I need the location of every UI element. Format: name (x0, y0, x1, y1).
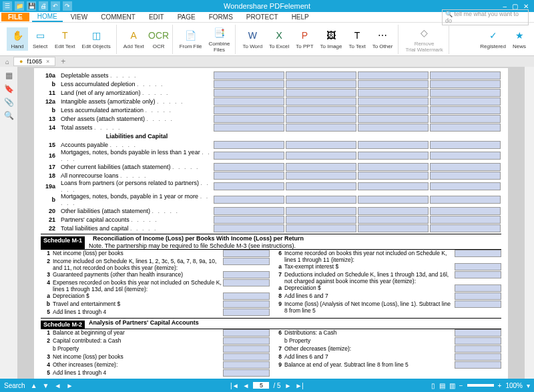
form-value-2[interactable] (286, 172, 356, 180)
form-value-4[interactable] (430, 172, 501, 180)
form-value-1[interactable] (214, 152, 284, 160)
schedule-value[interactable] (223, 279, 270, 286)
form-value-1[interactable] (214, 163, 284, 171)
form-value-1[interactable] (214, 224, 284, 232)
form-value-3[interactable] (358, 71, 429, 79)
menu-edit[interactable]: EDIT (144, 13, 170, 21)
schedule-value[interactable] (455, 361, 501, 369)
schedule-value[interactable] (223, 369, 270, 377)
form-value-3[interactable] (358, 196, 429, 204)
menu-view[interactable]: VIEW (65, 13, 93, 21)
next-page-icon[interactable]: ► (285, 382, 292, 389)
view-continuous-icon[interactable]: ▤ (439, 382, 445, 389)
form-value-3[interactable] (358, 89, 429, 97)
menu-comment[interactable]: COMMENT (95, 13, 141, 21)
schedule-value[interactable] (223, 345, 270, 353)
open-icon[interactable]: 📁 (15, 1, 24, 11)
zoom-out-icon[interactable]: − (459, 382, 463, 389)
schedule-value[interactable] (455, 250, 501, 257)
news-button[interactable]: ★News (509, 27, 530, 51)
prev-page-icon[interactable]: ◄ (243, 382, 250, 389)
form-value-4[interactable] (430, 80, 501, 88)
form-value-2[interactable] (286, 115, 356, 123)
form-value-4[interactable] (430, 152, 501, 160)
schedule-value[interactable] (223, 337, 270, 345)
registered-button[interactable]: ✓Registered (477, 27, 509, 51)
form-value-1[interactable] (214, 172, 284, 180)
vertical-scrollbar[interactable] (525, 67, 534, 379)
attachments-icon[interactable]: 📎 (3, 97, 14, 108)
form-value-3[interactable] (358, 106, 429, 114)
zoom-dropdown-icon[interactable]: ▾ (527, 382, 530, 389)
form-value-2[interactable] (286, 216, 356, 224)
form-value-1[interactable] (214, 71, 284, 79)
form-value-4[interactable] (430, 141, 501, 149)
menu-icon[interactable]: ☰ (3, 1, 12, 11)
menu-page[interactable]: PAGE (172, 13, 201, 21)
form-value-2[interactable] (286, 224, 356, 232)
to-image-button[interactable]: 🖼To Image (318, 27, 345, 51)
form-value-1[interactable] (214, 89, 284, 97)
form-value-3[interactable] (358, 216, 429, 224)
schedule-value[interactable] (455, 284, 501, 292)
remove-watermark-button[interactable]: ◇Remove Trial Watermark (403, 25, 445, 54)
schedule-value[interactable] (223, 292, 270, 300)
save-icon[interactable]: 💾 (27, 1, 36, 11)
print-icon[interactable]: 🖨 (39, 1, 48, 11)
form-value-4[interactable] (430, 196, 501, 204)
to-excel-button[interactable]: XTo Excel (266, 27, 292, 51)
schedule-value[interactable] (455, 345, 501, 353)
form-value-4[interactable] (430, 224, 501, 232)
thumbnails-icon[interactable]: ▦ (3, 71, 14, 81)
nav-down-icon[interactable]: ▼ (43, 382, 49, 389)
form-value-4[interactable] (430, 124, 501, 132)
nav-up-icon[interactable]: ▲ (31, 382, 37, 389)
bookmarks-icon[interactable]: 🔖 (3, 84, 14, 95)
form-value-1[interactable] (214, 124, 284, 132)
form-value-3[interactable] (358, 97, 429, 106)
form-value-4[interactable] (430, 106, 501, 114)
form-value-2[interactable] (286, 106, 356, 114)
schedule-value[interactable] (455, 271, 501, 278)
schedule-value[interactable] (455, 329, 501, 337)
hand-tool[interactable]: ✋Hand (7, 27, 28, 51)
select-tool[interactable]: ▭Select (29, 27, 51, 51)
form-value-1[interactable] (214, 207, 284, 215)
home-tab-icon[interactable]: ⌂ (3, 57, 12, 66)
form-value-2[interactable] (286, 152, 356, 160)
form-value-1[interactable] (214, 97, 284, 106)
form-value-2[interactable] (286, 124, 356, 132)
from-file-button[interactable]: 📄From File (177, 27, 205, 51)
form-value-3[interactable] (358, 152, 429, 160)
to-text-button[interactable]: TTo Text (346, 27, 368, 51)
add-text-tool[interactable]: AAdd Text (121, 27, 147, 51)
form-value-4[interactable] (430, 71, 501, 79)
to-ppt-button[interactable]: PTo PPT (293, 27, 316, 51)
document-viewport[interactable]: 10a Depletable assets . . . . . b Less a… (17, 67, 525, 379)
form-value-3[interactable] (358, 80, 429, 88)
form-value-1[interactable] (214, 196, 284, 204)
form-value-1[interactable] (214, 106, 284, 114)
form-value-4[interactable] (430, 115, 501, 123)
form-value-4[interactable] (430, 163, 501, 171)
schedule-value[interactable] (223, 361, 270, 369)
form-value-3[interactable] (358, 224, 429, 232)
form-value-2[interactable] (286, 80, 356, 88)
form-value-2[interactable] (286, 89, 356, 97)
form-value-2[interactable] (286, 97, 356, 106)
form-value-4[interactable] (430, 97, 501, 106)
menu-help[interactable]: HELP (286, 13, 314, 21)
form-value-1[interactable] (214, 182, 284, 190)
nav-next-icon[interactable]: ► (66, 382, 73, 389)
form-value-1[interactable] (214, 115, 284, 123)
schedule-value[interactable] (455, 263, 501, 270)
form-value-4[interactable] (430, 207, 501, 215)
add-tab-button[interactable]: + (57, 57, 69, 66)
form-value-3[interactable] (358, 182, 429, 190)
form-value-4[interactable] (430, 182, 501, 190)
form-value-1[interactable] (214, 141, 284, 149)
form-value-4[interactable] (430, 89, 501, 97)
document-tab[interactable]: ● f1065 × (13, 57, 55, 66)
menu-forms[interactable]: FORMS (204, 13, 238, 21)
first-page-icon[interactable]: |◄ (230, 382, 239, 389)
